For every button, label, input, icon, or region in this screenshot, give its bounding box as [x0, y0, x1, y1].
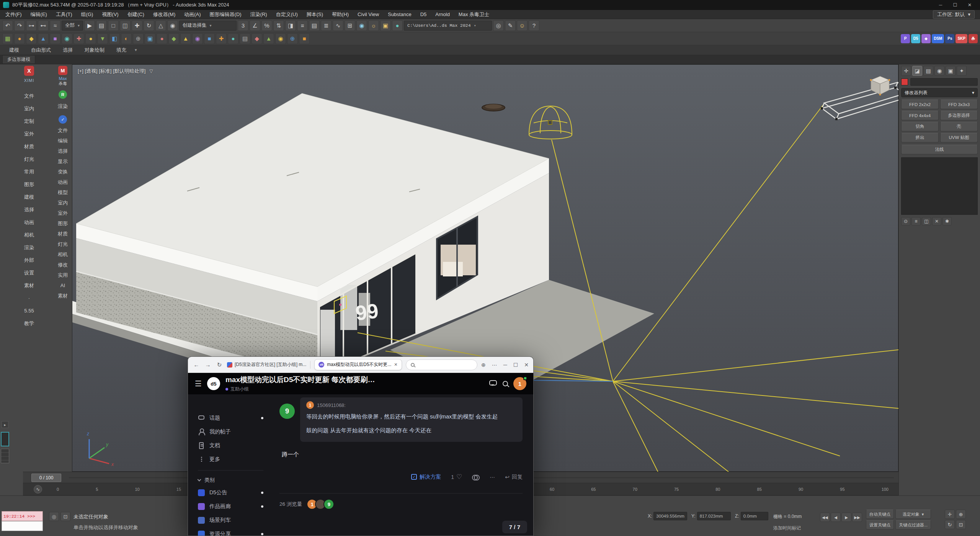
- ribbon-collapse-icon[interactable]: ▾: [135, 47, 137, 52]
- hamburger-icon[interactable]: ☰: [195, 379, 202, 388]
- menu-item[interactable]: 图形编辑器(D): [206, 11, 245, 18]
- material-editor-icon[interactable]: ◉: [356, 20, 367, 31]
- back-icon[interactable]: ←: [193, 361, 200, 368]
- rect-region-icon[interactable]: □: [108, 20, 119, 31]
- z-value-field[interactable]: 0.0mm: [741, 512, 768, 520]
- minimize-button[interactable]: ─: [933, 0, 948, 10]
- plugin-icon[interactable]: ◧: [109, 33, 120, 44]
- sidebar-script-button[interactable]: 图形: [17, 178, 41, 191]
- globe-icon[interactable]: ⊕: [481, 362, 486, 368]
- sidebar-script-button[interactable]: 模型: [54, 187, 72, 198]
- dsm-icon[interactable]: DSM: [932, 34, 944, 43]
- plugin-icon[interactable]: ▲: [180, 33, 191, 44]
- sidebar-script-button[interactable]: AI: [54, 280, 72, 291]
- play-icon[interactable]: ▶: [841, 513, 851, 522]
- remove-modifier-icon[interactable]: ✕: [932, 217, 941, 226]
- maxscript-listener-output[interactable]: [2, 521, 43, 531]
- browser-tab-active[interactable]: d5 max模型动完以后D5不实时更... ✕: [314, 359, 402, 370]
- selection-lock-icon[interactable]: ⊡: [60, 512, 70, 521]
- pivot-icon[interactable]: ◉: [167, 20, 178, 31]
- script-editor-icon[interactable]: ✎: [505, 20, 516, 31]
- plugin-icon[interactable]: ✚: [216, 33, 227, 44]
- orbit-icon[interactable]: ↻: [945, 520, 955, 529]
- reply-button[interactable]: ↩ 回复: [505, 474, 523, 480]
- plugin-icon[interactable]: ✚: [74, 33, 84, 44]
- sidebar-script-button[interactable]: 建模: [17, 191, 41, 203]
- modifier-button[interactable]: 切角: [901, 122, 939, 131]
- antivirus-icon[interactable]: 杀: [969, 34, 978, 43]
- menu-item[interactable]: 自定义(U): [272, 11, 302, 18]
- mini-curve-editor-icon[interactable]: ∿: [34, 485, 42, 494]
- menu-item[interactable]: 帮助(H): [328, 11, 353, 18]
- unlink-icon[interactable]: ⊷: [38, 20, 49, 31]
- key-filters-button[interactable]: 关键点过滤器...: [895, 520, 931, 529]
- forum-nav-item[interactable]: 更多: [188, 453, 273, 466]
- purple-tool-icon[interactable]: ◆: [921, 34, 931, 43]
- sidebar-script-button[interactable]: 设置: [17, 266, 41, 279]
- sidebar-script-button[interactable]: 文件: [54, 125, 72, 136]
- plugin-icon[interactable]: ▤: [240, 33, 250, 44]
- menu-item[interactable]: Substance: [384, 11, 415, 17]
- max-antivirus-icon[interactable]: M: [58, 66, 67, 75]
- align-icon[interactable]: ≡: [297, 20, 308, 31]
- move-icon[interactable]: ✚: [132, 20, 142, 31]
- page-indicator[interactable]: 7 / 7: [502, 521, 527, 533]
- sidebar-script-button[interactable]: 5.55: [17, 304, 41, 317]
- plugin-icon[interactable]: ◐: [121, 33, 132, 44]
- redo-icon[interactable]: ↷: [14, 20, 25, 31]
- menu-item[interactable]: Arnold: [431, 11, 454, 17]
- create-tab-icon[interactable]: ✛: [901, 66, 911, 76]
- menu-item[interactable]: 视图(V): [98, 11, 122, 18]
- plugin-icon[interactable]: ⊕: [133, 33, 144, 44]
- plugin-icon[interactable]: ■: [299, 33, 310, 44]
- select-link-icon[interactable]: ⊶: [26, 20, 37, 31]
- sidebar-script-button[interactable]: 灯光: [54, 239, 72, 249]
- forward-icon[interactable]: →: [204, 361, 212, 368]
- sidebar-script-button[interactable]: 显示: [54, 156, 72, 167]
- sidebar-script-button[interactable]: 变换: [54, 167, 72, 177]
- plugin-icon[interactable]: ◉: [192, 33, 203, 44]
- select-object-icon[interactable]: ▶: [84, 20, 95, 31]
- modifier-button[interactable]: FFD 2x2x2: [901, 100, 939, 109]
- modifier-stack-list[interactable]: [901, 157, 978, 215]
- modifier-button[interactable]: FFD 3x3x3: [940, 100, 978, 109]
- plugin-icon[interactable]: ■: [50, 33, 60, 44]
- close-button[interactable]: ✕: [962, 0, 977, 10]
- modifier-button[interactable]: FFD 4x4x4: [901, 111, 939, 120]
- plugin-icon[interactable]: ▲: [263, 33, 274, 44]
- solution-button[interactable]: ✓ 解决方案: [411, 474, 441, 480]
- forum-nav-item[interactable]: 我的帖子: [188, 425, 273, 439]
- scene-explorer-icon[interactable]: ▤: [309, 20, 320, 31]
- ribbon-tab[interactable]: 建模: [4, 47, 24, 54]
- forum-category-item[interactable]: 场景列车: [188, 513, 273, 527]
- render-icon[interactable]: ●: [392, 20, 403, 31]
- ps-icon[interactable]: Ps: [945, 34, 954, 43]
- ribbon-panel-polymodeling[interactable]: 多边形建模: [2, 55, 35, 64]
- sidebar-script-button[interactable]: 常用: [17, 165, 41, 178]
- docked-panel[interactable]: [1, 449, 9, 463]
- named-selection-sets-dropdown[interactable]: 创建选择集 ▾: [179, 21, 237, 31]
- search-icon[interactable]: [503, 381, 508, 386]
- sidebar-script-button[interactable]: 室内: [17, 102, 41, 115]
- x-value-field[interactable]: 30049.556mm: [653, 512, 687, 520]
- go-start-icon[interactable]: ◀◀: [820, 513, 830, 522]
- ribbon-tab[interactable]: 填充: [111, 47, 132, 54]
- browser-search-input[interactable]: [406, 360, 477, 370]
- sidebar-script-button[interactable]: 文件: [17, 90, 41, 102]
- bind-spacewarp-icon[interactable]: ≈: [50, 20, 60, 31]
- modifier-button[interactable]: 壳: [940, 122, 978, 131]
- schematic-view-icon[interactable]: ⊞: [345, 20, 355, 31]
- isolate-icon[interactable]: ◎: [493, 20, 504, 31]
- make-unique-icon[interactable]: ◫: [922, 217, 931, 226]
- sidebar-script-button[interactable]: 素材: [17, 279, 41, 292]
- plugin-icon[interactable]: ●: [85, 33, 96, 44]
- auto-key-button[interactable]: 自动关键点: [866, 510, 894, 519]
- spinner-snap-icon[interactable]: ⇅: [273, 20, 284, 31]
- scale-icon[interactable]: △: [155, 20, 166, 31]
- add-time-tag[interactable]: 添加时间标记: [773, 525, 801, 531]
- go-end-icon[interactable]: ▶▶: [852, 513, 862, 522]
- rendered-frame-icon[interactable]: ▣: [380, 20, 391, 31]
- plugin-icon[interactable]: ⊕: [287, 33, 298, 44]
- sidebar-script-button[interactable]: 相机: [54, 249, 72, 260]
- project-path-dropdown[interactable]: C:\Users\Ad..ds Max 2024 ▾: [404, 21, 492, 31]
